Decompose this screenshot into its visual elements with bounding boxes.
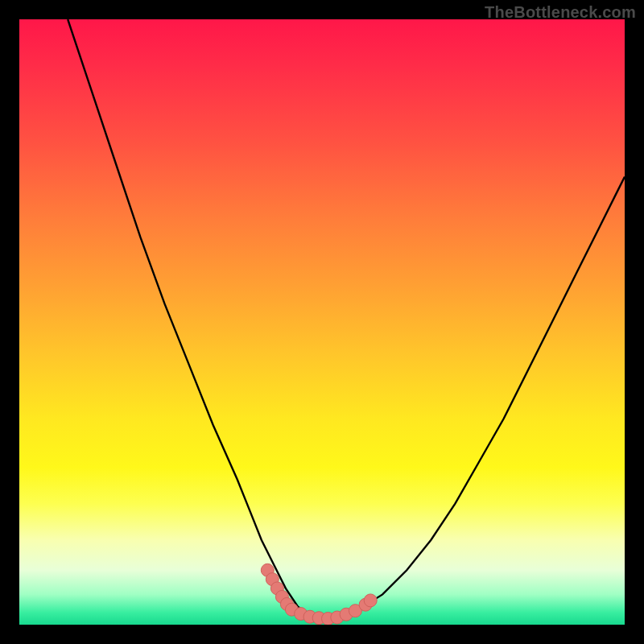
- chart-plot: [19, 19, 625, 625]
- chart-gradient-background: [19, 19, 625, 625]
- bottleneck-curve: [68, 19, 625, 619]
- watermark-text: TheBottleneck.com: [485, 3, 636, 22]
- curve-marker: [364, 594, 377, 607]
